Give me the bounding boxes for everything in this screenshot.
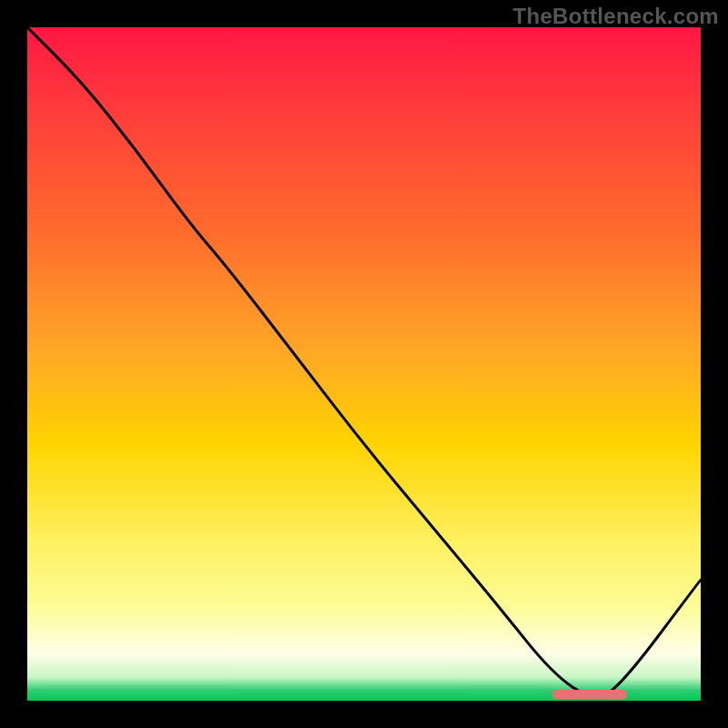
plot-area xyxy=(27,27,701,701)
attribution-text: TheBottleneck.com xyxy=(513,4,719,29)
bottleneck-chart xyxy=(0,0,728,728)
optimal-range-marker xyxy=(552,690,626,699)
